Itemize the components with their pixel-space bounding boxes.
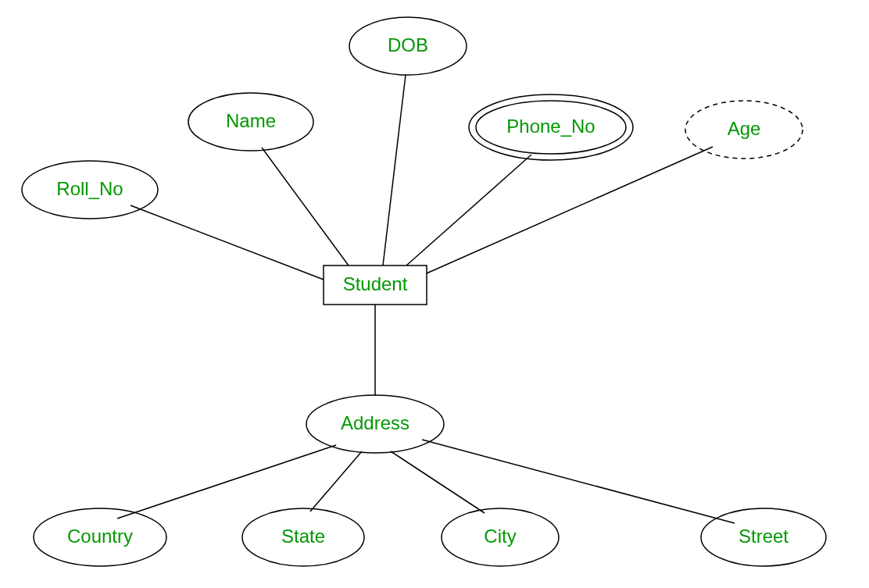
er-diagram: Student Roll_No Name DOB Phone_No Age Ad… xyxy=(0,0,869,588)
attr-state-label: State xyxy=(281,526,325,547)
attr-age-label: Age xyxy=(728,118,761,139)
attr-rollno-label: Roll_No xyxy=(56,178,123,199)
edge-student-dob xyxy=(383,75,406,265)
attr-address-label: Address xyxy=(341,412,409,433)
entity-student-label: Student xyxy=(343,273,408,294)
attr-dob-label: DOB xyxy=(388,34,428,55)
edge-student-rollno xyxy=(131,205,324,280)
attr-street-label: Street xyxy=(738,526,789,547)
attr-name-label: Name xyxy=(226,110,276,131)
attr-phoneno-label: Phone_No xyxy=(506,116,595,137)
edge-address-state xyxy=(310,451,362,511)
attr-country-label: Country xyxy=(67,526,133,547)
attr-city-label: City xyxy=(484,526,516,547)
edge-student-name xyxy=(262,148,349,265)
edge-address-city xyxy=(391,451,485,513)
edge-address-street xyxy=(422,440,735,523)
edge-student-phoneno xyxy=(406,155,531,265)
edge-address-country xyxy=(117,445,336,519)
